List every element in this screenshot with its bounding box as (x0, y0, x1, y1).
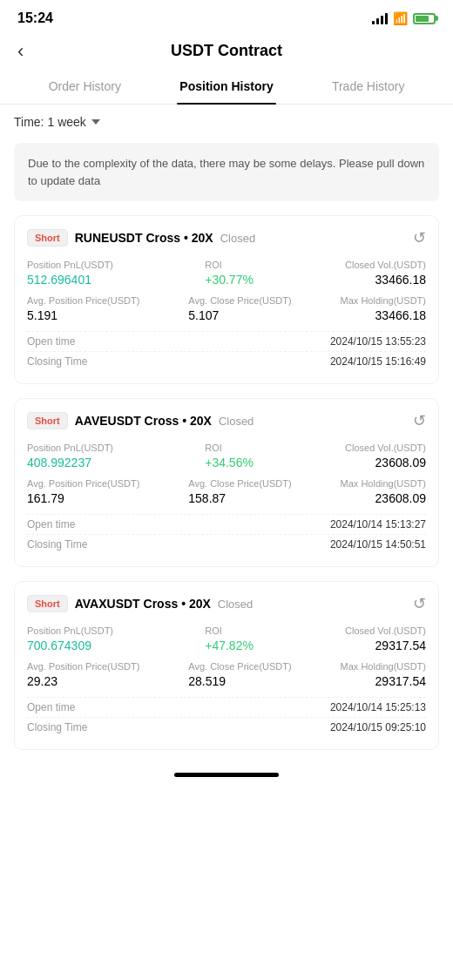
close-time-label-2: Closing Time (27, 721, 87, 733)
pnl-label-0: Position PnL(USDT) (27, 260, 113, 270)
trade-card-2: Short AVAXUSDT Cross • 20X Closed ↺ Posi… (14, 581, 439, 750)
close-time-row-2: Closing Time 2024/10/15 09:25:10 (27, 717, 426, 737)
open-time-value-1: 2024/10/14 15:13:27 (330, 518, 426, 531)
short-badge-0: Short (27, 229, 68, 247)
status-badge-1: Closed (219, 415, 254, 428)
status-bar: 15:24 📶 (0, 0, 453, 33)
card-header-0: Short RUNEUSDT Cross • 20X Closed ↺ (27, 228, 426, 247)
notice-text: Due to the complexity of the data, there… (28, 157, 424, 187)
trade-list: Short RUNEUSDT Cross • 20X Closed ↺ Posi… (0, 215, 453, 750)
avg-pos-value-2: 29.23 (27, 674, 139, 688)
refresh-button-0[interactable]: ↺ (413, 228, 426, 247)
status-badge-0: Closed (220, 232, 255, 245)
open-time-value-0: 2024/10/15 13:55:23 (330, 335, 426, 348)
short-badge-1: Short (27, 412, 68, 429)
close-time-value-2: 2024/10/15 09:25:10 (330, 721, 426, 733)
time-filter-label: Time: (14, 115, 44, 129)
tab-order-history[interactable]: Order History (14, 69, 156, 104)
avg-close-label-1: Avg. Close Price(USDT) (188, 478, 291, 489)
card-row-avg-0: Avg. Position Price(USDT) 5.191 Avg. Clo… (27, 295, 426, 322)
pair-name-0: RUNEUSDT Cross • 20X (75, 231, 213, 245)
trade-card-0: Short RUNEUSDT Cross • 20X Closed ↺ Posi… (14, 215, 439, 384)
open-time-row-0: Open time 2024/10/15 13:55:23 (27, 331, 426, 351)
close-time-row-1: Closing Time 2024/10/15 14:50:51 (27, 534, 426, 554)
card-header-2: Short AVAXUSDT Cross • 20X Closed ↺ (27, 594, 426, 613)
battery-icon (413, 13, 436, 24)
open-time-label-0: Open time (27, 335, 75, 348)
notice-box: Due to the complexity of the data, there… (14, 143, 439, 201)
closed-vol-label-1: Closed Vol.(USDT) (345, 443, 426, 453)
avg-pos-label-1: Avg. Position Price(USDT) (27, 478, 139, 489)
tab-trade-history[interactable]: Trade History (297, 69, 439, 104)
close-time-label-1: Closing Time (27, 538, 87, 551)
pnl-value-2: 700.674309 (27, 639, 113, 652)
card-header-1: Short AAVEUSDT Cross • 20X Closed ↺ (27, 411, 426, 430)
open-time-row-1: Open time 2024/10/14 15:13:27 (27, 514, 426, 534)
max-hold-label-1: Max Holding(USDT) (341, 478, 426, 489)
avg-close-label-2: Avg. Close Price(USDT) (188, 661, 291, 672)
max-hold-value-1: 23608.09 (341, 491, 426, 505)
open-time-value-2: 2024/10/14 15:25:13 (330, 701, 426, 713)
card-row-avg-1: Avg. Position Price(USDT) 161.79 Avg. Cl… (27, 478, 426, 505)
closed-vol-value-0: 33466.18 (345, 273, 426, 287)
avg-close-value-0: 5.107 (188, 308, 291, 322)
avg-close-value-1: 158.87 (188, 491, 291, 505)
roi-value-2: +47.82% (205, 639, 254, 652)
avg-close-label-0: Avg. Close Price(USDT) (188, 295, 291, 306)
closed-vol-value-1: 23608.09 (345, 456, 426, 470)
home-indicator (0, 764, 453, 791)
refresh-button-2[interactable]: ↺ (413, 594, 426, 613)
card-row-pnl-0: Position PnL(USDT) 512.696401 ROI +30.77… (27, 260, 426, 287)
time-filter[interactable]: Time: 1 week (0, 105, 453, 139)
closed-vol-label-0: Closed Vol.(USDT) (345, 260, 426, 270)
tabs-container: Order History Position History Trade His… (0, 69, 453, 105)
avg-pos-label-2: Avg. Position Price(USDT) (27, 661, 139, 672)
max-hold-value-2: 29317.54 (341, 674, 426, 688)
roi-value-1: +34.56% (205, 456, 254, 470)
short-badge-2: Short (27, 595, 68, 612)
home-bar (174, 773, 279, 777)
refresh-button-1[interactable]: ↺ (413, 411, 426, 430)
max-hold-label-2: Max Holding(USDT) (341, 661, 426, 672)
avg-close-value-2: 28.519 (188, 674, 291, 688)
roi-label-2: ROI (205, 625, 254, 636)
status-time: 15:24 (17, 10, 53, 26)
back-button[interactable]: ‹ (17, 40, 24, 63)
roi-label-0: ROI (205, 260, 254, 270)
signal-icon (372, 12, 388, 24)
pnl-label-2: Position PnL(USDT) (27, 625, 113, 636)
wifi-icon: 📶 (393, 11, 408, 25)
card-row-pnl-1: Position PnL(USDT) 408.992237 ROI +34.56… (27, 443, 426, 470)
max-hold-value-0: 33466.18 (341, 308, 426, 322)
avg-pos-value-0: 5.191 (27, 308, 139, 322)
pnl-value-0: 512.696401 (27, 273, 113, 287)
card-row-avg-2: Avg. Position Price(USDT) 29.23 Avg. Clo… (27, 661, 426, 688)
closed-vol-value-2: 29317.54 (345, 639, 426, 652)
close-time-row-0: Closing Time 2024/10/15 15:16:49 (27, 351, 426, 371)
status-icons: 📶 (372, 11, 436, 25)
time-filter-value: 1 week (47, 115, 85, 129)
page-title: USDT Contract (171, 42, 282, 60)
close-time-label-0: Closing Time (27, 355, 87, 368)
open-time-label-2: Open time (27, 701, 75, 713)
max-hold-label-0: Max Holding(USDT) (341, 295, 426, 306)
roi-value-0: +30.77% (205, 273, 254, 287)
tab-position-history[interactable]: Position History (156, 69, 298, 104)
open-time-row-2: Open time 2024/10/14 15:25:13 (27, 697, 426, 717)
avg-pos-value-1: 161.79 (27, 491, 139, 505)
pair-name-2: AVAXUSDT Cross • 20X (75, 597, 211, 611)
trade-card-1: Short AAVEUSDT Cross • 20X Closed ↺ Posi… (14, 398, 439, 567)
card-row-pnl-2: Position PnL(USDT) 700.674309 ROI +47.82… (27, 625, 426, 652)
open-time-label-1: Open time (27, 518, 75, 531)
close-time-value-0: 2024/10/15 15:16:49 (330, 355, 426, 368)
chevron-down-icon (91, 119, 100, 125)
roi-label-1: ROI (205, 443, 254, 453)
pnl-value-1: 408.992237 (27, 456, 113, 470)
closed-vol-label-2: Closed Vol.(USDT) (345, 625, 426, 636)
pair-name-1: AAVEUSDT Cross • 20X (75, 414, 212, 428)
pnl-label-1: Position PnL(USDT) (27, 443, 113, 453)
close-time-value-1: 2024/10/15 14:50:51 (330, 538, 426, 551)
status-badge-2: Closed (218, 598, 253, 611)
avg-pos-label-0: Avg. Position Price(USDT) (27, 295, 139, 306)
header: ‹ USDT Contract (0, 33, 453, 69)
